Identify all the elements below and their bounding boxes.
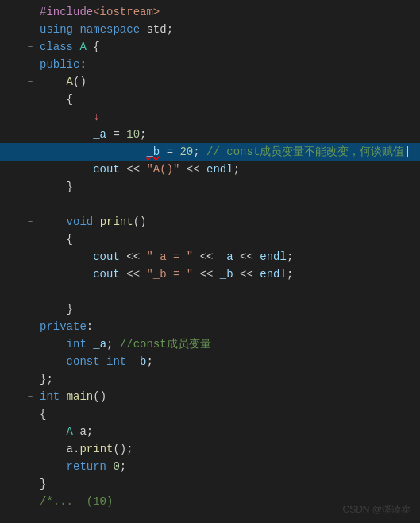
line-23: − int main()	[0, 388, 420, 405]
line-19: private:	[0, 318, 420, 335]
line-14: {	[0, 231, 420, 248]
code-lines: #include<iostream> using namespace std; …	[0, 0, 420, 513]
line-21: const int _b;	[0, 353, 420, 370]
line-17	[0, 283, 420, 300]
line-24: {	[0, 405, 420, 423]
line-16: cout << "_b = " << _b << endl;	[0, 265, 420, 283]
csdn-watermark: CSDN @溪读卖	[342, 503, 410, 517]
line-7: ↓	[0, 108, 420, 126]
line-15: cout << "_a = " << _a << endl;	[0, 248, 420, 265]
line-18: }	[0, 300, 420, 318]
line-28: }	[0, 475, 420, 493]
line-11: }	[0, 178, 420, 196]
line-3: − class A {	[0, 38, 420, 56]
line-9: _b = 20; // const成员变量不能改变，何谈赋值|	[0, 143, 420, 161]
line-13: − void print()	[0, 213, 420, 231]
line-1: #include<iostream>	[0, 3, 420, 21]
line-20: int _a; //const成员变量	[0, 335, 420, 353]
line-12	[0, 196, 420, 213]
line-5: − A()	[0, 73, 420, 91]
code-editor: #include<iostream> using namespace std; …	[0, 0, 420, 523]
line-22: };	[0, 370, 420, 388]
line-6: {	[0, 91, 420, 108]
line-27: return 0;	[0, 458, 420, 475]
line-10: cout << "A()" << endl;	[0, 161, 420, 178]
line-26: a.print();	[0, 440, 420, 458]
line-2: using namespace std;	[0, 21, 420, 38]
line-25: A a;	[0, 423, 420, 440]
line-4: public:	[0, 56, 420, 73]
